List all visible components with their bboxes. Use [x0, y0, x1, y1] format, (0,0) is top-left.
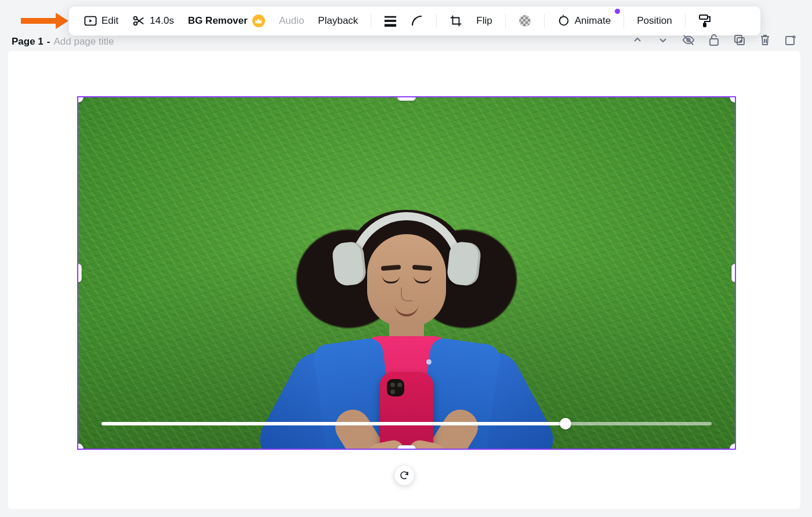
- hide-page-button[interactable]: [682, 34, 695, 46]
- selected-video-element[interactable]: [77, 96, 736, 450]
- playback-label: Playback: [318, 15, 358, 27]
- resize-handle-n[interactable]: [397, 96, 416, 101]
- page-title-input[interactable]: Add page title: [53, 36, 114, 48]
- position-button[interactable]: Position: [631, 12, 677, 30]
- video-subject-person: [279, 206, 534, 450]
- context-toolbar: Edit 14.0s BG Remover Audio Playback: [68, 6, 761, 36]
- edit-label: Edit: [102, 15, 118, 27]
- page-title-dash: -: [47, 36, 50, 48]
- page-down-button[interactable]: [657, 34, 669, 46]
- bg-remover-button[interactable]: BG Remover: [182, 11, 271, 31]
- scissors-icon: [132, 14, 145, 27]
- edit-video-button[interactable]: Edit: [78, 11, 124, 31]
- video-progress-slider[interactable]: [102, 422, 712, 425]
- audio-button-disabled: Audio: [273, 12, 310, 30]
- svg-point-9: [519, 15, 531, 27]
- page-number-label: Page 1: [12, 36, 44, 48]
- paint-roller-icon: [698, 14, 711, 27]
- toolbar-separator: [544, 14, 545, 28]
- toolbar-separator: [505, 14, 506, 28]
- transparency-checker-icon: [519, 14, 531, 27]
- trim-button[interactable]: 14.0s: [126, 11, 180, 31]
- bg-remover-label: BG Remover: [188, 15, 248, 27]
- corner-rounding-button[interactable]: [405, 11, 429, 31]
- video-progress-thumb[interactable]: [560, 418, 571, 429]
- svg-rect-3: [385, 16, 396, 18]
- sync-icon: [399, 470, 409, 480]
- crop-icon: [449, 14, 462, 27]
- svg-rect-5: [385, 24, 396, 27]
- animate-notification-dot: [615, 9, 620, 14]
- svg-rect-14: [710, 39, 718, 45]
- animate-icon: [557, 14, 570, 27]
- lock-page-button[interactable]: [708, 34, 720, 46]
- svg-rect-17: [786, 37, 794, 45]
- page-up-button[interactable]: [631, 34, 644, 46]
- annotation-arrow: [21, 13, 68, 29]
- line-weight-button[interactable]: [378, 11, 403, 31]
- design-canvas[interactable]: [8, 51, 800, 509]
- copy-style-button[interactable]: [693, 11, 717, 31]
- resize-handle-w[interactable]: [77, 264, 82, 282]
- flip-button[interactable]: Flip: [470, 12, 498, 30]
- line-weight-icon: [384, 14, 397, 27]
- page-actions: [631, 34, 797, 46]
- crown-pro-icon: [252, 14, 265, 27]
- sync-element-button[interactable]: [394, 465, 415, 486]
- crop-button[interactable]: [444, 11, 468, 31]
- position-label: Position: [637, 15, 672, 27]
- animate-button[interactable]: Animate: [552, 11, 617, 31]
- trim-duration: 14.0s: [150, 15, 174, 27]
- toolbar-separator: [685, 14, 686, 28]
- resize-handle-se[interactable]: [730, 443, 736, 450]
- svg-rect-12: [704, 23, 706, 27]
- add-page-button[interactable]: [784, 34, 797, 46]
- svg-rect-11: [699, 15, 708, 19]
- playback-button[interactable]: Playback: [312, 12, 364, 30]
- toolbar-separator: [624, 14, 624, 28]
- svg-rect-4: [385, 20, 396, 22]
- resize-handle-e[interactable]: [731, 264, 736, 282]
- duplicate-page-button[interactable]: [733, 34, 746, 46]
- animate-label: Animate: [575, 15, 611, 27]
- flip-label: Flip: [476, 15, 492, 27]
- page-header: Page 1 - Add page title: [12, 36, 114, 48]
- delete-page-button[interactable]: [759, 34, 771, 46]
- audio-label: Audio: [279, 15, 304, 27]
- resize-handle-s[interactable]: [397, 445, 416, 450]
- corner-curve-icon: [411, 14, 423, 27]
- transparency-button[interactable]: [513, 11, 537, 31]
- toolbar-separator: [436, 14, 437, 28]
- toolbar-separator: [371, 14, 371, 28]
- video-play-icon: [84, 14, 97, 27]
- video-progress-fill: [102, 422, 566, 425]
